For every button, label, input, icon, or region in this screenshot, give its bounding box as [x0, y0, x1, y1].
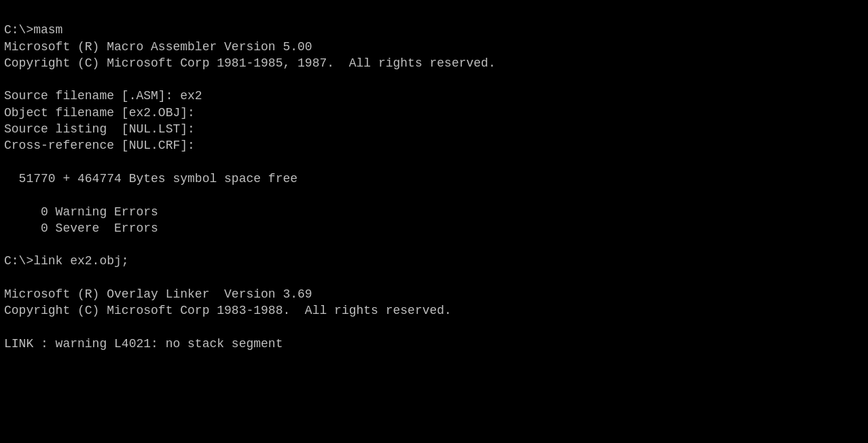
blank1 — [4, 71, 864, 88]
blank2 — [4, 154, 864, 171]
object-filename: Object filename [ex2.OBJ]: — [4, 105, 864, 121]
blank4 — [4, 236, 864, 253]
terminal-output: C:\>masmMicrosoft (R) Macro Assembler Ve… — [4, 5, 864, 352]
cmd-masm: C:\>masm — [4, 22, 864, 38]
cross-reference: Cross-reference [NUL.CRF]: — [4, 137, 864, 154]
blank5 — [4, 270, 864, 286]
bytes-free: 51770 + 464774 Bytes symbol space free — [4, 171, 864, 187]
cmd-link: C:\>link ex2.obj; — [4, 253, 864, 269]
blank3 — [4, 187, 864, 203]
masm-title: Microsoft (R) Macro Assembler Version 5.… — [4, 39, 864, 55]
linker-copyright: Copyright (C) Microsoft Corp 1983-1988. … — [4, 302, 864, 319]
source-listing: Source listing [NUL.LST]: — [4, 121, 864, 137]
linker-title: Microsoft (R) Overlay Linker Version 3.6… — [4, 286, 864, 302]
source-filename: Source filename [.ASM]: ex2 — [4, 88, 864, 104]
blank6 — [4, 319, 864, 336]
link-warning: LINK : warning L4021: no stack segment — [4, 336, 864, 352]
severe-errors: 0 Severe Errors — [4, 220, 864, 236]
masm-copyright: Copyright (C) Microsoft Corp 1981-1985, … — [4, 55, 864, 71]
warning-errors: 0 Warning Errors — [4, 204, 864, 220]
